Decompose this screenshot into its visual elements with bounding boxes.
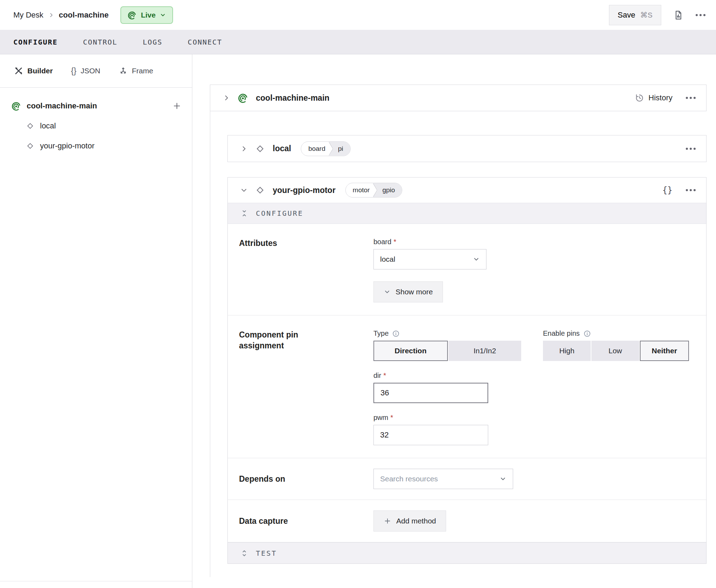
enable-option-low[interactable]: Low [591, 341, 639, 361]
expand-chevron-right-icon[interactable] [240, 145, 247, 152]
motor-card-menu-button[interactable] [686, 189, 696, 191]
board-select[interactable]: local [373, 249, 486, 269]
config-sidebar: Builder {} JSON Frame [0, 54, 192, 588]
chevron-down-icon [473, 256, 480, 263]
top-header: My Desk cool-machine Live Save ⌘ [0, 0, 716, 30]
broadcast-icon [127, 11, 137, 20]
tab-connect[interactable]: CONNECT [188, 38, 222, 46]
diamond-icon [26, 142, 34, 150]
diamond-icon [255, 144, 265, 154]
tab-configure[interactable]: CONFIGURE [13, 38, 58, 46]
live-label: Live [141, 11, 155, 19]
sidebar-divider [0, 581, 192, 581]
live-status-badge[interactable]: Live [120, 6, 173, 24]
history-label: History [649, 93, 672, 102]
history-button[interactable]: History [635, 93, 672, 103]
tab-logs[interactable]: LOGS [143, 38, 163, 46]
broadcast-icon [11, 101, 21, 111]
machine-report-button[interactable] [673, 9, 684, 21]
type-option-direction[interactable]: Direction [373, 341, 448, 361]
dir-pin-input[interactable] [373, 383, 488, 403]
enable-pins-toggle-group: Enable pins High Low Neither [543, 329, 689, 361]
breadcrumb-current: cool-machine [59, 11, 109, 20]
local-board-card: local board pi [227, 135, 707, 162]
tree-item-label: your-gpio-motor [40, 141, 94, 151]
attributes-section-label: Attributes [239, 238, 373, 302]
expand-vertical-icon [240, 549, 248, 557]
view-tab-frame[interactable]: Frame [119, 66, 153, 75]
json-mode-button[interactable]: {} [662, 185, 672, 195]
machine-part-menu-button[interactable] [686, 97, 696, 99]
resource-type-tag: motor gpio [345, 183, 403, 198]
view-tab-json[interactable]: {} JSON [71, 66, 100, 76]
app-root: My Desk cool-machine Live Save ⌘ [0, 0, 716, 588]
enable-pins-field-label: Enable pins [543, 329, 580, 338]
configure-section-bar[interactable]: CONFIGURE [228, 203, 706, 224]
crossed-tools-icon [14, 66, 23, 75]
pin-assignment-section: Component pin assignment Type [228, 315, 706, 458]
breadcrumb-parent[interactable]: My Desk [13, 11, 44, 20]
document-chart-icon [673, 9, 684, 21]
machine-part-title: cool-machine-main [256, 93, 330, 103]
broadcast-icon [238, 93, 248, 103]
view-tab-builder-label: Builder [27, 67, 53, 75]
motor-component-card: your-gpio-motor motor gpio {} [227, 177, 707, 564]
show-more-button[interactable]: Show more [373, 281, 443, 302]
motor-card-title: your-gpio-motor [273, 186, 336, 195]
data-capture-section-label: Data capture [239, 516, 373, 527]
tree-item-your-gpio-motor[interactable]: your-gpio-motor [11, 136, 181, 156]
collapse-chevron-down-icon[interactable] [240, 187, 247, 194]
save-button[interactable]: Save ⌘S [609, 5, 661, 25]
content-area: Builder {} JSON Frame [0, 54, 716, 588]
view-tab-json-label: JSON [81, 67, 100, 75]
diamond-icon [255, 185, 265, 195]
configure-section-label: CONFIGURE [256, 209, 303, 218]
view-mode-tabs: Builder {} JSON Frame [0, 54, 192, 88]
chevron-down-icon [499, 475, 506, 482]
local-card-title: local [273, 144, 291, 153]
braces-icon: {} [71, 66, 76, 76]
tree-item-machine-part[interactable]: cool-machine-main [11, 96, 181, 116]
add-method-label: Add method [396, 517, 436, 525]
axes-icon [119, 66, 128, 75]
tag-type: board [301, 142, 329, 156]
top-right-actions: Save ⌘S [609, 5, 705, 25]
save-label: Save [618, 11, 635, 20]
chevron-down-icon [384, 288, 391, 295]
type-option-in1in2[interactable]: In1/In2 [449, 341, 522, 361]
collapse-vertical-icon [240, 209, 248, 218]
depends-on-section: Depends on Search resources [228, 458, 706, 500]
depends-on-placeholder: Search resources [380, 475, 438, 483]
tag-type: motor [346, 183, 373, 197]
depends-on-section-label: Depends on [239, 474, 373, 485]
tree-item-local[interactable]: local [11, 116, 181, 136]
info-circle-icon[interactable] [583, 330, 591, 338]
tab-control[interactable]: CONTROL [83, 38, 117, 46]
add-component-button[interactable] [172, 101, 181, 111]
resource-tree: cool-machine-main local your-gpio-motor [0, 88, 192, 156]
view-tab-frame-label: Frame [132, 67, 153, 75]
pwm-pin-input[interactable] [373, 425, 488, 445]
clock-history-icon [635, 93, 644, 103]
info-circle-icon[interactable] [392, 330, 400, 338]
enable-option-high[interactable]: High [543, 341, 591, 361]
type-toggle-group: Type Direction In1/In2 [373, 329, 521, 361]
depends-on-select[interactable]: Search resources [373, 469, 513, 489]
test-section-bar[interactable]: TEST [228, 542, 706, 563]
view-tab-builder[interactable]: Builder [14, 66, 53, 75]
attributes-section: Attributes board local [228, 224, 706, 315]
tree-item-label: local [40, 121, 56, 131]
add-method-button[interactable]: Add method [373, 510, 446, 532]
top-menu-ellipsis-button[interactable] [696, 14, 705, 16]
dir-field-label: dir [373, 372, 386, 380]
pin-assignment-section-label: Component pin assignment [239, 329, 373, 445]
data-capture-section: Data capture Add method [228, 500, 706, 542]
expand-chevron-right-icon[interactable] [223, 94, 230, 101]
plus-icon [384, 517, 391, 525]
enable-option-neither[interactable]: Neither [640, 341, 689, 361]
chevron-down-icon [160, 12, 166, 18]
test-section-label: TEST [256, 549, 277, 557]
type-field-label: Type [373, 329, 389, 338]
local-card-menu-button[interactable] [686, 148, 696, 150]
show-more-label: Show more [396, 288, 433, 296]
